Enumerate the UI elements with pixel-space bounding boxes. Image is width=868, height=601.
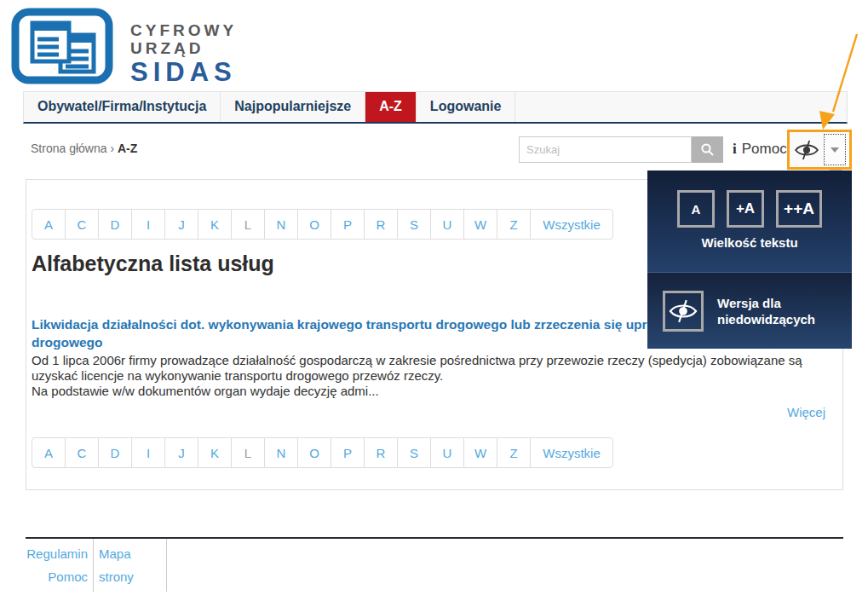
nav-tab-logowanie[interactable]: Logowanie [417, 92, 516, 122]
nav-tab-najpopularniejsze[interactable]: Najpopularniejsze [221, 92, 365, 122]
alphabet-letter-link[interactable]: J [165, 438, 198, 467]
accessibility-panel: A +A ++A Wielkość tekstu Wersja dla nied… [647, 170, 852, 350]
alphabet-letter-link[interactable]: A [32, 438, 66, 467]
help-label: Pomoc [742, 141, 787, 158]
breadcrumb-home[interactable]: Strona główna [31, 142, 107, 155]
font-size-larger-button[interactable]: +A [727, 190, 764, 228]
breadcrumb-current: A-Z [118, 142, 137, 155]
alphabet-letter-link[interactable]: P [331, 438, 365, 467]
alphabet-letter-link[interactable]: I [132, 210, 165, 239]
footer-link-regulamin[interactable]: Regulamin [26, 542, 88, 565]
alphabet-letter-link[interactable]: A [32, 210, 66, 239]
alphabet-letter-link[interactable]: K [198, 210, 232, 239]
alphabet-letter-link[interactable]: C [66, 210, 99, 239]
main-navigation: Obywatel/Firma/Instytucja Najpopularniej… [23, 91, 848, 124]
alphabet-letter-link[interactable]: I [132, 438, 165, 467]
alphabet-all-link[interactable]: Wszystkie [531, 438, 612, 467]
font-size-largest-button[interactable]: ++A [776, 190, 822, 228]
alphabet-letter-link[interactable]: K [198, 438, 232, 467]
alphabet-letter-link[interactable]: R [365, 210, 398, 239]
service-description: Od 1 lipca 2006r firmy prowadzące działa… [32, 353, 802, 399]
service-title-line1: Likwidacja działalności dot. wykonywania… [32, 315, 684, 333]
alphabet-letter-link[interactable]: L [232, 210, 265, 239]
sidas-logo-icon [10, 7, 114, 85]
logo-line-sidas: SIDAS [130, 57, 237, 88]
footer-link-mapa-strony[interactable]: Mapa strony [99, 542, 166, 588]
eye-crossed-icon [668, 299, 698, 323]
breadcrumb-separator: › [110, 142, 114, 155]
footer: Regulamin Pomoc Mapa strony [26, 537, 843, 592]
page-title: Alfabetyczna lista usług [32, 251, 274, 276]
alphabet-letter-link[interactable]: U [431, 438, 464, 467]
nav-tab-a-z[interactable]: A-Z [365, 92, 417, 122]
breadcrumb: Strona główna › A-Z [31, 142, 137, 155]
alphabet-letter-link[interactable]: L [232, 438, 265, 467]
service-title-line2: drogowego [32, 333, 684, 351]
alphabet-letter-link[interactable]: R [365, 438, 398, 467]
alphabet-letter-link[interactable]: D [99, 210, 132, 239]
alphabet-filter-top: ACDIJKLNOPRSUWZWszystkie [32, 209, 613, 240]
alphabet-letter-link[interactable]: P [331, 210, 365, 239]
alphabet-letter-link[interactable]: Z [497, 438, 531, 467]
alphabet-filter-bottom: ACDIJKLNOPRSUWZWszystkie [32, 437, 613, 468]
logo-line-cyfrowy: CYFROWY [130, 21, 237, 39]
footer-link-pomoc[interactable]: Pomoc [26, 565, 88, 588]
alphabet-letter-link[interactable]: W [464, 438, 497, 467]
search-button[interactable] [692, 136, 723, 163]
more-link[interactable]: Więcej [787, 405, 825, 419]
alphabet-letter-link[interactable]: J [165, 210, 198, 239]
alphabet-letter-link[interactable]: O [298, 438, 331, 467]
font-size-normal-button[interactable]: A [677, 190, 715, 228]
blind-version-label: Wersja dla niedowidzących [717, 295, 815, 327]
alphabet-letter-link[interactable]: U [431, 210, 464, 239]
service-title-link[interactable]: Likwidacja działalności dot. wykonywania… [32, 315, 684, 351]
alphabet-letter-link[interactable]: Z [497, 210, 531, 239]
logo-line-urzad: URZĄD [130, 39, 237, 57]
alphabet-letter-link[interactable]: N [265, 438, 298, 467]
alphabet-letter-link[interactable]: D [99, 438, 132, 467]
alphabet-all-link[interactable]: Wszystkie [531, 210, 612, 239]
accessibility-button-group [787, 130, 852, 170]
search-input[interactable] [519, 136, 692, 163]
text-size-label: Wielkość tekstu [701, 235, 797, 250]
blind-version-button[interactable] [663, 291, 704, 332]
alphabet-letter-link[interactable]: N [265, 210, 298, 239]
chevron-down-icon [831, 147, 839, 153]
page: CYFROWY URZĄD SIDAS Obywatel/Firma/Insty… [0, 0, 868, 601]
footer-column-2: Mapa strony [94, 539, 167, 592]
logo-text: CYFROWY URZĄD SIDAS [130, 21, 237, 88]
info-icon: i [733, 141, 737, 158]
alphabet-letter-link[interactable]: S [398, 210, 431, 239]
eye-crossed-icon [794, 140, 819, 160]
accessibility-dropdown-button[interactable] [824, 134, 846, 165]
alphabet-letter-link[interactable]: W [464, 210, 497, 239]
alphabet-letter-link[interactable]: S [398, 438, 431, 467]
nav-tab-obywatel[interactable]: Obywatel/Firma/Instytucja [24, 92, 221, 122]
blind-version-section[interactable]: Wersja dla niedowidzących [647, 273, 852, 349]
search-icon [700, 142, 715, 157]
text-size-section: A +A ++A Wielkość tekstu [647, 170, 852, 273]
footer-column-1: Regulamin Pomoc [26, 539, 94, 592]
help-link[interactable]: i Pomoc [733, 141, 787, 158]
accessibility-eye-button[interactable] [790, 132, 824, 167]
alphabet-letter-link[interactable]: C [66, 438, 99, 467]
alphabet-letter-link[interactable]: O [298, 210, 331, 239]
